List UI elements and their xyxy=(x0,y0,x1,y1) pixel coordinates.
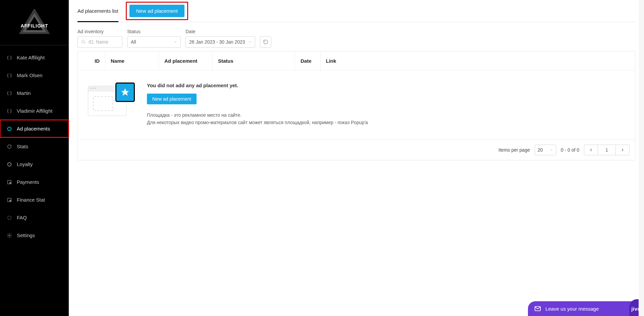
empty-desc-line: Площадка - это рекламное место на сайте. xyxy=(147,112,625,119)
ring-icon xyxy=(7,162,12,167)
svg-rect-6 xyxy=(10,182,11,183)
chevron-down-icon xyxy=(550,148,553,152)
sidebar-item-label: Loyalty xyxy=(17,161,33,167)
logo: AFFILIGHT xyxy=(0,0,69,45)
th-date: Date xyxy=(295,51,321,70)
tab-label: Ad placements list xyxy=(77,8,118,14)
sidebar-item-vladimir-affilight[interactable]: Vladimir Affilight xyxy=(0,102,69,120)
mail-icon xyxy=(534,305,541,312)
th-id: ID xyxy=(78,51,105,70)
prev-page-button[interactable] xyxy=(584,145,598,155)
chevron-left-icon xyxy=(589,148,593,152)
svg-text:AFFILIGHT: AFFILIGHT xyxy=(20,23,48,29)
sidebar-item-label: Settings xyxy=(17,232,35,238)
empty-text: You did not add any ad placement yet. Ne… xyxy=(147,83,625,126)
reset-filters-button[interactable] xyxy=(260,36,271,48)
brand-logo-icon: AFFILIGHT xyxy=(18,9,50,36)
current-page[interactable]: 1 xyxy=(598,145,616,155)
undo-icon xyxy=(263,39,268,45)
filters: Ad inventory Status All Date 26 Jan 2023… xyxy=(77,29,635,48)
filter-date: Date 26 Jan 2023 - 30 Jan 2023 xyxy=(185,29,255,48)
date-range-picker[interactable]: 26 Jan 2023 - 30 Jan 2023 xyxy=(185,36,255,48)
sidebar-nav: Kate Affilight Mark Olsen Martin Vladimi… xyxy=(0,49,69,244)
th-name: Name xyxy=(105,51,159,70)
sidebar-item-label: Vladimir Affilight xyxy=(17,108,52,114)
sidebar-item-martin[interactable]: Martin xyxy=(0,84,69,102)
svg-point-9 xyxy=(8,216,11,219)
circle-dashed-icon xyxy=(7,215,12,220)
sidebar-item-stats[interactable]: Stats xyxy=(0,138,69,155)
refresh-icon xyxy=(7,144,12,149)
square-dot-icon xyxy=(7,197,12,203)
chat-label: Leave us your message xyxy=(545,306,599,312)
sidebar-item-faq[interactable]: FAQ xyxy=(0,209,69,226)
pagination: Items per page 20 0 - 0 of 0 1 xyxy=(78,140,635,160)
svg-marker-13 xyxy=(121,88,129,96)
empty-illustration xyxy=(88,83,135,119)
sidebar-item-payments[interactable]: Payments xyxy=(0,173,69,191)
sidebar-item-ad-placements[interactable]: Ad placements xyxy=(0,120,69,138)
field-label: Date xyxy=(185,29,255,34)
braces-icon xyxy=(7,108,12,114)
items-per-page-label: Items per page xyxy=(498,147,530,153)
status-select[interactable]: All xyxy=(127,36,181,48)
svg-point-10 xyxy=(9,235,10,236)
svg-rect-8 xyxy=(10,200,11,201)
pagination-range: 0 - 0 of 0 xyxy=(561,147,579,153)
sidebar-item-label: Payments xyxy=(17,179,39,185)
th-link: Link xyxy=(321,51,635,70)
braces-icon xyxy=(7,55,12,60)
star-icon xyxy=(115,83,135,102)
highlight-box: New ad placement xyxy=(126,2,188,20)
chat-brand: jivo xyxy=(631,306,641,312)
chevron-right-icon xyxy=(620,148,625,152)
sidebar-item-label: Mark Olsen xyxy=(17,72,43,78)
items-per-page-select[interactable]: 20 xyxy=(535,145,556,155)
sidebar-item-finance-stat[interactable]: Finance Stat xyxy=(0,191,69,209)
filter-ad-inventory: Ad inventory xyxy=(77,29,122,48)
search-icon xyxy=(81,40,86,44)
sidebar-item-settings[interactable]: Settings xyxy=(0,226,69,244)
pagination-controls: 1 xyxy=(584,145,630,155)
sidebar-item-loyalty[interactable]: Loyalty xyxy=(0,155,69,173)
chevron-down-icon xyxy=(174,40,177,44)
braces-icon xyxy=(7,73,12,78)
field-label: Ad inventory xyxy=(77,29,122,34)
empty-state: You did not add any ad placement yet. Ne… xyxy=(78,70,635,140)
sidebar-item-label: Kate Affilight xyxy=(17,55,45,60)
sidebar-item-kate-affilight[interactable]: Kate Affilight xyxy=(0,49,69,66)
sidebar-item-label: Stats xyxy=(17,144,28,149)
tab-ad-placements-list[interactable]: Ad placements list xyxy=(77,0,118,22)
svg-line-12 xyxy=(84,43,85,44)
status-value: All xyxy=(131,39,136,45)
th-ad-placement: Ad placement xyxy=(159,51,213,70)
svg-point-11 xyxy=(82,40,85,43)
braces-icon xyxy=(7,91,12,96)
sidebar-item-label: Martin xyxy=(17,90,31,96)
svg-point-3 xyxy=(8,127,11,130)
gear-icon xyxy=(7,233,12,238)
items-per-page-value: 20 xyxy=(538,147,543,153)
svg-point-4 xyxy=(8,162,11,166)
table-header-row: ID Name Ad placement Status Date Link xyxy=(78,51,635,70)
sidebar-item-label: Ad placements xyxy=(17,126,50,131)
date-value: 26 Jan 2023 - 30 Jan 2023 xyxy=(189,39,245,45)
main-content: Ad placements list New ad placement Ad i… xyxy=(69,0,644,174)
empty-desc-line: Для некоторых видео промо-материалов сай… xyxy=(147,119,625,126)
sidebar-item-mark-olsen[interactable]: Mark Olsen xyxy=(0,66,69,84)
new-ad-placement-button[interactable]: New ad placement xyxy=(129,5,184,17)
ad-inventory-input[interactable] xyxy=(89,39,119,45)
ring-icon xyxy=(7,126,12,131)
tabs: Ad placements list New ad placement xyxy=(77,0,635,22)
sidebar-item-label: FAQ xyxy=(17,215,27,220)
empty-title: You did not add any ad placement yet. xyxy=(147,83,625,88)
square-dot-icon xyxy=(7,179,12,185)
chat-widget[interactable]: Leave us your message jivo xyxy=(528,301,644,316)
sidebar: AFFILIGHT Kate Affilight Mark Olsen Mart… xyxy=(0,0,69,316)
next-page-button[interactable] xyxy=(615,145,630,155)
th-status: Status xyxy=(213,51,295,70)
empty-new-ad-placement-button[interactable]: New ad placement xyxy=(147,94,197,104)
filter-status: Status All xyxy=(127,29,181,48)
ad-inventory-input-wrap[interactable] xyxy=(77,36,122,48)
field-label: Status xyxy=(127,29,181,34)
